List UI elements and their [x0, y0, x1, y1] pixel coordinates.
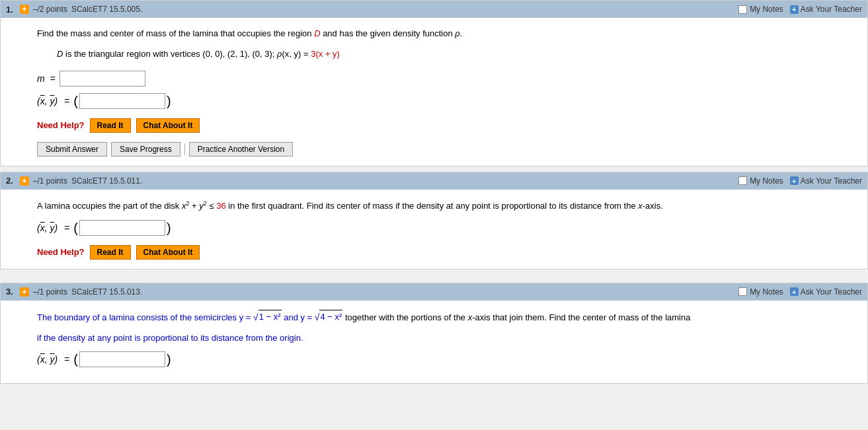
read-it-button-2[interactable]: Read It [90, 245, 131, 260]
mass-label: m [37, 73, 45, 84]
ask-teacher-plus-icon-1: + [790, 5, 799, 14]
question-1-header: 1. + –/2 points SCalcET7 15.5.005. My No… [1, 1, 867, 18]
ask-teacher-1[interactable]: + Ask Your Teacher [790, 5, 862, 14]
my-notes-area-3: My Notes [738, 287, 783, 297]
question-2-header-left: 2. + –/1 points SCalcET7 15.5.011. [6, 176, 142, 186]
D-label: D [57, 49, 63, 59]
question-3: 3. + –/1 points SCalcET7 15.5.013. My No… [0, 283, 868, 384]
radius-sq: 36 [216, 201, 225, 211]
submit-button-1[interactable]: Submit Answer [37, 142, 107, 157]
question-2-body: A lamina occupies the part of the disk x… [1, 190, 867, 269]
ask-teacher-3[interactable]: + Ask Your Teacher [790, 287, 862, 297]
question-3-header-right: My Notes + Ask Your Teacher [738, 287, 862, 297]
save-button-1[interactable]: Save Progress [111, 142, 180, 157]
question-3-points: –/1 points [33, 287, 67, 297]
right-paren-1: ) [167, 94, 171, 108]
mass-input[interactable] [59, 71, 145, 87]
question-2: 2. + –/1 points SCalcET7 15.5.011. My No… [0, 172, 868, 269]
expand-icon-2[interactable]: + [20, 176, 29, 186]
centroid-row-2: (x, y) = ( ) [37, 220, 854, 236]
expand-icon-3[interactable]: + [20, 287, 29, 297]
left-paren-2: ( [73, 221, 78, 234]
question-3-header-left: 3. + –/1 points SCalcET7 15.5.013. [6, 287, 142, 297]
centroid-row-3: (x, y) = ( ) [37, 351, 854, 367]
practice-button-1[interactable]: Practice Another Version [189, 142, 293, 157]
action-buttons-1: Submit Answer Save Progress Practice Ano… [37, 142, 854, 157]
question-2-source: SCalcET7 15.5.011. [71, 176, 142, 186]
question-1-number: 1. [6, 5, 13, 15]
my-notes-area-1: My Notes [738, 5, 783, 14]
centroid-row-1: (x, y) = ( ) [37, 93, 854, 109]
xbar-ybar-label-1: (x, y) [37, 96, 58, 106]
gap-2-3 [0, 275, 868, 283]
my-notes-label-1: My Notes [750, 5, 783, 14]
question-2-header: 2. + –/1 points SCalcET7 15.5.011. My No… [1, 172, 867, 190]
notes-checkbox-3[interactable] [738, 287, 747, 296]
right-paren-3: ) [167, 353, 171, 366]
density-rho: ρ [455, 28, 459, 38]
centroid-input-2[interactable] [79, 220, 165, 236]
divider-1 [184, 143, 185, 155]
mass-input-row: m = [37, 71, 854, 87]
density-text-3: if the density at any point is proportio… [37, 333, 303, 343]
question-2-problem-text: A lamina occupies the part of the disk x… [37, 199, 854, 213]
centroid-input-1[interactable] [79, 93, 165, 109]
my-notes-label-2: My Notes [750, 176, 783, 186]
chat-about-it-button-2[interactable]: Chat About It [136, 245, 200, 260]
centroid-equals-2: = [64, 223, 69, 233]
question-2-points: –/1 points [33, 176, 67, 186]
need-help-2: Need Help? Read It Chat About It [37, 245, 854, 260]
centroid-equals-3: = [64, 354, 69, 365]
right-paren-2: ) [167, 221, 171, 234]
need-help-label-2: Need Help? [37, 247, 85, 257]
xbar-ybar-label-3: (x, y) [37, 354, 58, 365]
question-1-header-left: 1. + –/2 points SCalcET7 15.5.005. [6, 5, 142, 15]
region-D: D [314, 28, 320, 38]
my-notes-label-3: My Notes [750, 287, 783, 297]
ask-teacher-label-1: Ask Your Teacher [801, 5, 862, 14]
read-it-button-1[interactable]: Read It [90, 118, 131, 133]
question-2-number: 2. [6, 176, 13, 186]
question-2-header-right: My Notes + Ask Your Teacher [738, 176, 862, 186]
question-1-problem-text: Find the mass and center of mass of the … [37, 27, 854, 41]
x-axis-ref: x [638, 201, 643, 211]
sqrt1-wrapper: √1 − x² [253, 310, 282, 324]
question-1-sub-text: D is the triangular region with vertices… [57, 48, 854, 61]
notes-checkbox-1[interactable] [738, 5, 747, 14]
my-notes-area-2: My Notes [738, 176, 783, 186]
question-1-source: SCalcET7 15.5.005. [71, 5, 142, 14]
need-help-1: Need Help? Read It Chat About It [37, 118, 854, 133]
question-3-header: 3. + –/1 points SCalcET7 15.5.013. My No… [1, 283, 867, 301]
y-eq: y = [239, 312, 251, 322]
expand-icon-1[interactable]: + [20, 5, 29, 14]
equals-sign-m: = [50, 73, 56, 84]
ask-teacher-plus-icon-2: + [790, 176, 799, 185]
ask-teacher-plus-icon-3: + [790, 287, 799, 296]
and-text: and y = [284, 312, 315, 322]
need-help-label-1: Need Help? [37, 120, 85, 130]
ask-teacher-2[interactable]: + Ask Your Teacher [790, 176, 862, 186]
question-3-source: SCalcET7 15.5.013. [71, 287, 142, 297]
sqrt2-wrapper: √4 − x² [315, 310, 343, 324]
question-1-header-right: My Notes + Ask Your Teacher [738, 5, 862, 14]
chat-about-it-button-1[interactable]: Chat About It [136, 118, 200, 133]
question-1-points: –/2 points [33, 5, 67, 14]
centroid-equals-1: = [64, 96, 69, 106]
question-3-number: 3. [6, 287, 13, 297]
left-paren-1: ( [73, 94, 78, 108]
together-text: together with the portions of the x-axis… [345, 312, 690, 322]
ask-teacher-label-3: Ask Your Teacher [801, 287, 862, 297]
density-formula: 3(x + y) [311, 49, 340, 59]
left-paren-3: ( [73, 353, 78, 366]
question-3-body: The boundary of a lamina consists of the… [1, 301, 867, 384]
rho-xy: ρ [277, 49, 282, 59]
xbar-ybar-label-2: (x, y) [37, 223, 58, 233]
question-3-problem-text: The boundary of a lamina consists of the… [37, 310, 854, 325]
question-3-problem-text-2: if the density at any point is proportio… [37, 332, 854, 345]
question-1: 1. + –/2 points SCalcET7 15.5.005. My No… [0, 0, 868, 166]
centroid-input-3[interactable] [79, 351, 165, 367]
notes-checkbox-2[interactable] [738, 176, 747, 185]
ask-teacher-label-2: Ask Your Teacher [801, 176, 862, 186]
question-1-body: Find the mass and center of mass of the … [1, 18, 867, 166]
